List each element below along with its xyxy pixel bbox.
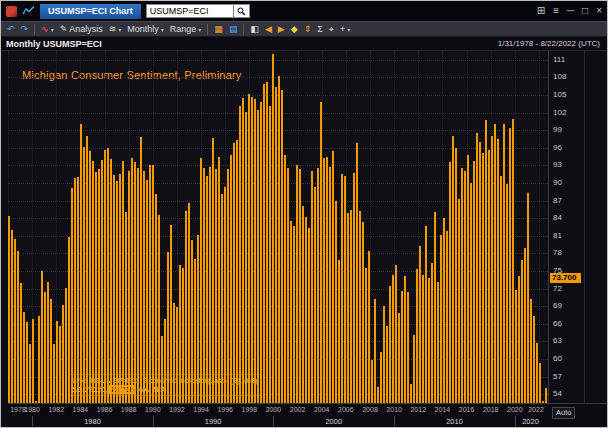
popout-icon[interactable]: ⊞ bbox=[537, 6, 545, 16]
search-input[interactable] bbox=[146, 4, 234, 18]
sentiment-bar bbox=[95, 172, 97, 403]
plot-area[interactable]: Michigan Consumer Sentiment, Preliminary… bbox=[8, 51, 548, 403]
sentiment-bar bbox=[422, 275, 424, 403]
periodicity-dropdown[interactable]: Monthly ▾ bbox=[127, 24, 164, 34]
sentiment-bar bbox=[296, 165, 298, 403]
x-decade-tick bbox=[515, 416, 516, 426]
close-icon[interactable]: × bbox=[596, 6, 602, 16]
zoom-dropdown[interactable]: + ▾ bbox=[340, 24, 350, 34]
range-dropdown[interactable]: Range ▾ bbox=[170, 24, 202, 34]
sentiment-bar bbox=[77, 177, 79, 404]
sentiment-bar bbox=[212, 138, 214, 403]
periodicity-label: Monthly bbox=[127, 24, 159, 34]
analysis-label: Analysis bbox=[69, 24, 103, 34]
sentiment-bar bbox=[14, 239, 16, 403]
sentiment-bar bbox=[350, 210, 352, 403]
panel-layout-icon[interactable]: ▤ bbox=[229, 24, 238, 34]
expand-icon[interactable]: ⇕ bbox=[304, 24, 312, 34]
sentiment-bar bbox=[167, 252, 169, 403]
app-icon[interactable] bbox=[6, 6, 17, 17]
x-tick-label: 2004 bbox=[314, 406, 330, 413]
y-axis[interactable]: 73.700 111108105102999693908784817875726… bbox=[548, 51, 584, 403]
y-tick-label: 87 bbox=[553, 197, 562, 205]
sentiment-bar bbox=[26, 322, 28, 403]
sentiment-bar bbox=[230, 155, 232, 403]
x-axis[interactable]: 1978198019821984198619881990199219941996… bbox=[8, 403, 548, 427]
y-tick-label: 111 bbox=[553, 56, 565, 64]
crosshair-icon[interactable]: ⌖ bbox=[329, 24, 334, 34]
maximize-icon[interactable]: □ bbox=[582, 6, 588, 16]
y-tick-label: 102 bbox=[553, 109, 566, 117]
pan-right-icon[interactable]: ▶ bbox=[278, 24, 285, 34]
annotate-dropdown[interactable]: ≋ ▾ bbox=[109, 24, 122, 34]
news-icon[interactable]: ◧ bbox=[250, 24, 259, 34]
sentiment-bar bbox=[146, 180, 148, 404]
x-decade-label: 2010 bbox=[446, 417, 463, 426]
zoom-in-icon: + bbox=[340, 24, 345, 34]
sentiment-bar bbox=[536, 343, 538, 403]
sentiment-bar bbox=[221, 194, 223, 403]
sentiment-bar bbox=[218, 157, 220, 403]
x-tick-label: 2022 bbox=[528, 406, 544, 413]
sentiment-bar bbox=[89, 151, 91, 403]
sentiment-bar bbox=[308, 228, 310, 403]
sentiment-bar bbox=[488, 150, 490, 403]
sentiment-bar bbox=[299, 169, 301, 403]
x-decade-label: 1990 bbox=[205, 417, 222, 426]
search-box[interactable] bbox=[146, 4, 250, 18]
y-tick-label: 105 bbox=[553, 91, 566, 99]
bloomberg-chart-window: USUMSP=ECI Chart ⊞ ≡ ─ □ × ↶ ↷ ∿ ▾ ✎ Ana… bbox=[0, 0, 608, 428]
analysis-menu[interactable]: ✎ Analysis bbox=[60, 24, 103, 34]
sentiment-bar bbox=[257, 110, 259, 403]
redo-icon[interactable]: ↷ bbox=[21, 24, 29, 34]
sentiment-bar bbox=[104, 150, 106, 403]
x-tick-label: 2006 bbox=[338, 406, 354, 413]
events-icon[interactable]: ◆ bbox=[291, 24, 298, 34]
y-tick-label: 72 bbox=[553, 285, 562, 293]
sentiment-bar bbox=[149, 165, 151, 403]
chart-style-icon[interactable]: ▦ bbox=[214, 24, 223, 34]
range-label: Range bbox=[170, 24, 197, 34]
sentiment-bar bbox=[461, 168, 463, 403]
sentiment-bar bbox=[377, 387, 379, 403]
sentiment-bar bbox=[53, 344, 55, 403]
chevron-down-icon: ▾ bbox=[51, 26, 54, 33]
undo-icon[interactable]: ↶ bbox=[7, 24, 15, 34]
auto-scale-button[interactable]: Auto bbox=[552, 407, 575, 419]
sentiment-bar bbox=[11, 230, 13, 403]
sentiment-bar bbox=[320, 102, 322, 403]
sentiment-bar bbox=[512, 119, 514, 404]
sentiment-bar bbox=[62, 305, 64, 403]
x-tick-label: 2010 bbox=[386, 406, 402, 413]
sentiment-bar bbox=[113, 175, 115, 403]
x-tick-label: 2018 bbox=[483, 406, 499, 413]
sentiment-bar bbox=[56, 321, 58, 403]
sentiment-bar bbox=[125, 212, 127, 403]
pan-left-icon[interactable]: ◀ bbox=[265, 24, 272, 34]
sentiment-bar bbox=[374, 299, 376, 403]
sentiment-bar bbox=[134, 162, 136, 403]
sentiment-bar bbox=[116, 181, 118, 403]
chart-annotation[interactable]: Michigan Consumer Sentiment, Preliminary bbox=[22, 69, 242, 81]
chevron-down-icon: ▾ bbox=[161, 26, 164, 33]
sentiment-bar bbox=[455, 148, 457, 403]
toolbar-separator bbox=[207, 24, 208, 35]
sentiment-bar bbox=[158, 215, 160, 403]
sentiment-bar bbox=[269, 106, 271, 403]
menu-icon[interactable]: ≡ bbox=[553, 6, 559, 16]
chart-toolbar: ↶ ↷ ∿ ▾ ✎ Analysis ≋ ▾ Monthly ▾ Range ▾… bbox=[1, 21, 607, 37]
line-style-dropdown[interactable]: ∿ ▾ bbox=[41, 24, 54, 34]
minimize-icon[interactable]: ─ bbox=[567, 6, 574, 16]
x-tick-label: 2002 bbox=[290, 406, 306, 413]
sentiment-bar bbox=[527, 193, 529, 403]
tab-chart[interactable]: USUMSP=ECI Chart bbox=[40, 4, 141, 19]
sentiment-bar bbox=[101, 160, 103, 403]
sentiment-bar bbox=[65, 288, 67, 403]
sentiment-bar bbox=[107, 148, 109, 403]
stats-icon[interactable]: Σ bbox=[317, 24, 323, 34]
sentiment-bar bbox=[248, 94, 250, 403]
y-tick-label: 75 bbox=[553, 267, 562, 275]
toolbar-separator bbox=[243, 24, 244, 35]
search-icon[interactable] bbox=[234, 4, 250, 18]
line-style-icon: ∿ bbox=[41, 24, 49, 34]
